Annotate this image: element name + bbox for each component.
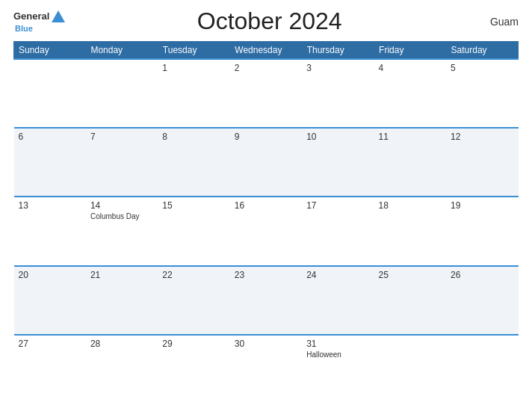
- logo-text-blue: Blue: [15, 24, 33, 33]
- day-number: 19: [451, 200, 513, 211]
- day-number: 6: [19, 132, 81, 142]
- calendar-cell: 30: [230, 335, 302, 404]
- calendar-cell: 26: [446, 266, 518, 335]
- day-number: 15: [162, 200, 225, 211]
- day-number: 18: [379, 200, 442, 211]
- weekday-header-monday: Monday: [86, 42, 158, 60]
- weekday-header-wednesday: Wednesday: [230, 42, 302, 60]
- calendar-cell: 28: [86, 335, 158, 404]
- calendar-table: SundayMondayTuesdayWednesdayThursdayFrid…: [13, 41, 519, 404]
- logo-line1: General: [13, 10, 65, 24]
- calendar-cell: 31Halloween: [302, 335, 374, 404]
- day-number: 1: [162, 63, 225, 73]
- week-row-1: 12345: [14, 59, 519, 128]
- calendar-cell: 17: [302, 197, 374, 265]
- calendar-cell: 22: [158, 266, 229, 335]
- week-row-5: 2728293031Halloween: [14, 335, 519, 404]
- calendar-cell: 21: [86, 266, 158, 335]
- calendar-cell: [86, 59, 158, 128]
- calendar-cell: 8: [158, 128, 229, 197]
- event-label: Columbus Day: [90, 212, 153, 220]
- day-number: 23: [235, 270, 297, 280]
- calendar-cell: 10: [302, 128, 374, 197]
- weekday-header-row: SundayMondayTuesdayWednesdayThursdayFrid…: [14, 42, 519, 60]
- logo: General Blue: [13, 10, 65, 33]
- logo-wrapper: General Blue: [13, 10, 65, 33]
- calendar-cell: [446, 335, 518, 404]
- day-number: 17: [306, 200, 369, 211]
- calendar-cell: 2: [230, 59, 302, 128]
- day-number: 10: [306, 132, 369, 142]
- day-number: 28: [90, 339, 153, 349]
- day-number: 27: [19, 339, 81, 349]
- calendar-cell: 9: [230, 128, 302, 197]
- day-number: 25: [379, 270, 442, 280]
- day-number: 30: [235, 339, 297, 349]
- day-number: 7: [90, 132, 153, 142]
- calendar-cell: 27: [14, 335, 86, 404]
- calendar-cell: 11: [374, 128, 446, 197]
- calendar-cell: 7: [86, 128, 158, 197]
- calendar-cell: 18: [374, 197, 446, 265]
- day-number: 3: [306, 63, 369, 73]
- day-number: 9: [235, 132, 297, 142]
- event-label: Halloween: [306, 350, 369, 359]
- calendar-cell: 14Columbus Day: [86, 197, 158, 265]
- calendar-cell: 13: [14, 197, 86, 265]
- day-number: 31: [306, 339, 369, 349]
- day-number: 29: [162, 339, 225, 349]
- calendar-title: October 2024: [65, 7, 474, 35]
- day-number: 14: [90, 200, 153, 211]
- week-row-3: 1314Columbus Day1516171819: [14, 197, 519, 265]
- weekday-header-friday: Friday: [374, 42, 446, 60]
- calendar-cell: 19: [446, 197, 518, 265]
- week-row-2: 6789101112: [14, 128, 519, 197]
- calendar-cell: 24: [302, 266, 374, 335]
- calendar-cell: 25: [374, 266, 446, 335]
- calendar-cell: 15: [158, 197, 229, 265]
- day-number: 2: [235, 63, 297, 73]
- calendar-cell: 5: [446, 59, 518, 128]
- day-number: 4: [379, 63, 442, 73]
- day-number: 20: [19, 270, 81, 280]
- logo-triangle-icon: [52, 10, 65, 22]
- day-number: 8: [162, 132, 225, 142]
- calendar-cell: 20: [14, 266, 86, 335]
- weekday-header-saturday: Saturday: [446, 42, 518, 60]
- day-number: 21: [90, 270, 153, 280]
- calendar-cell: 16: [230, 197, 302, 265]
- logo-text-general: General: [13, 11, 49, 22]
- page: General Blue October 2024 Guam SundayMon…: [0, 0, 532, 411]
- day-number: 12: [451, 132, 513, 142]
- calendar-cell: [14, 59, 86, 128]
- calendar-cell: 29: [158, 335, 229, 404]
- day-number: 16: [235, 200, 297, 211]
- header: General Blue October 2024 Guam: [13, 7, 519, 35]
- week-row-4: 20212223242526: [14, 266, 519, 335]
- day-number: 26: [451, 270, 513, 280]
- weekday-header-thursday: Thursday: [302, 42, 374, 60]
- day-number: 22: [162, 270, 225, 280]
- calendar-cell: 6: [14, 128, 86, 197]
- day-number: 11: [379, 132, 442, 142]
- calendar-cell: 4: [374, 59, 446, 128]
- weekday-header-tuesday: Tuesday: [158, 42, 229, 60]
- day-number: 5: [451, 63, 513, 73]
- region-label: Guam: [474, 16, 519, 28]
- calendar-cell: 12: [446, 128, 518, 197]
- weekday-header-sunday: Sunday: [14, 42, 86, 60]
- calendar-cell: 3: [302, 59, 374, 128]
- day-number: 24: [306, 270, 369, 280]
- calendar-cell: [374, 335, 446, 404]
- day-number: 13: [19, 200, 81, 211]
- calendar-cell: 1: [158, 59, 229, 128]
- calendar-cell: 23: [230, 266, 302, 335]
